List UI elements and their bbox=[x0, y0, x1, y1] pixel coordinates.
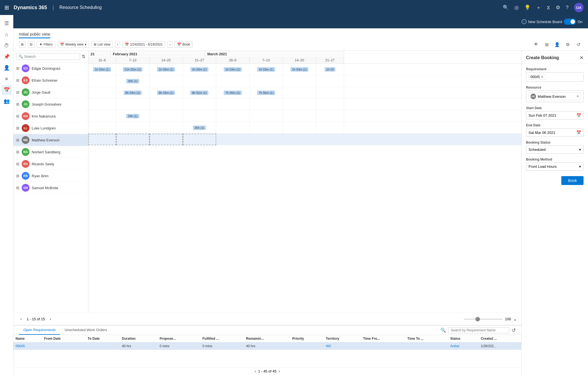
cal-cell bbox=[88, 99, 116, 110]
col-status[interactable]: Status bbox=[448, 335, 479, 342]
next-page-button[interactable]: › bbox=[47, 316, 54, 322]
resource-tag-close[interactable]: ✕ bbox=[576, 94, 579, 98]
grid-icon[interactable]: ⊞ bbox=[4, 4, 9, 11]
search-icon[interactable]: 🔍 bbox=[503, 4, 509, 11]
zoom-track[interactable] bbox=[464, 319, 503, 320]
table-row[interactable]: 00045 40 hrs 0 mins 0 mins 40 hrs WA bbox=[13, 342, 521, 350]
expand-icon[interactable]: ⊞ bbox=[16, 66, 19, 71]
sidebar-calendar-icon[interactable]: 📅 bbox=[2, 85, 12, 95]
requirement-search-input[interactable] bbox=[451, 328, 507, 332]
eye-icon[interactable]: 👁 bbox=[532, 41, 540, 48]
refresh-icon[interactable]: ↺ bbox=[574, 41, 582, 48]
collapse-all-button[interactable]: ⊟ bbox=[28, 41, 34, 48]
tab-open-requirements[interactable]: Open Requirements bbox=[19, 326, 60, 335]
sidebar-home-icon[interactable]: ⌂ bbox=[2, 29, 12, 39]
tab-unscheduled-work-orders[interactable]: Unscheduled Work Orders bbox=[60, 326, 111, 335]
sidebar-recent-icon[interactable]: ⏱ bbox=[2, 41, 12, 51]
help-icon[interactable]: ? bbox=[566, 5, 569, 11]
list-view-button[interactable]: ⊞ List view bbox=[91, 41, 113, 48]
calendar-icon[interactable]: 📅 bbox=[576, 130, 581, 135]
resource-item[interactable]: ⊞ RB Ryan Brim bbox=[13, 170, 88, 182]
col-name[interactable]: Name bbox=[13, 335, 42, 342]
col-fulfilled[interactable]: Fulfilled ... bbox=[200, 335, 244, 342]
col-territory[interactable]: Territory bbox=[324, 335, 361, 342]
expand-icon[interactable]: ⊞ bbox=[16, 162, 19, 166]
sidebar-pinned-icon[interactable]: 📌 bbox=[2, 52, 12, 62]
info-icon[interactable]: i bbox=[522, 19, 527, 24]
next-date-button[interactable]: › bbox=[167, 41, 172, 48]
resource-item[interactable]: ⊞ ES Efrain Schreiner bbox=[13, 74, 88, 86]
expand-icon[interactable]: ⊞ bbox=[16, 102, 19, 106]
sidebar-list-icon[interactable]: ≡ bbox=[2, 74, 12, 84]
new-schedule-board-toggle[interactable] bbox=[564, 19, 576, 25]
close-button[interactable]: ✕ bbox=[579, 55, 584, 61]
expand-icon[interactable]: ⊞ bbox=[16, 138, 19, 142]
filters-button[interactable]: ▼ Filters bbox=[37, 41, 55, 48]
col-priority[interactable]: Priority bbox=[290, 335, 324, 342]
expand-icon[interactable]: ⊞ bbox=[16, 78, 19, 82]
date-range-button[interactable]: 📅 1/24/2021 - 6/19/2021 bbox=[122, 41, 165, 48]
sidebar-people-icon[interactable]: 👤 bbox=[2, 63, 12, 73]
col-time-to[interactable]: Time To ... bbox=[405, 335, 448, 342]
calendar-icon[interactable]: 📅 bbox=[576, 113, 581, 118]
end-date-input[interactable]: Sat Mar 06 2021 📅 bbox=[526, 128, 584, 137]
person-icon[interactable]: 👤 bbox=[553, 41, 561, 48]
columns-icon[interactable]: ⊞ bbox=[542, 41, 551, 48]
prev-page-button[interactable]: ‹ bbox=[18, 316, 24, 322]
circle-icon[interactable]: ◎ bbox=[514, 4, 519, 11]
expand-icon[interactable]: ⊞ bbox=[16, 186, 19, 190]
expand-icon[interactable]: ⊞ bbox=[16, 126, 19, 130]
resource-item[interactable]: ⊞ SM Samuel McBride bbox=[13, 182, 88, 194]
weekly-view-button[interactable]: 📅 Weekly view ▾ bbox=[58, 41, 89, 48]
sidebar-contacts-icon[interactable]: 👥 bbox=[2, 96, 12, 106]
status-link[interactable]: Active bbox=[450, 344, 459, 348]
col-proposed[interactable]: Propose... bbox=[158, 335, 200, 342]
territory-link[interactable]: WA bbox=[326, 344, 331, 348]
cal-cell: 1h 03m (1) bbox=[88, 64, 116, 75]
sidebar-menu-icon[interactable]: ☰ bbox=[2, 18, 12, 28]
col-from-date[interactable]: From Date bbox=[42, 335, 86, 342]
col-duration[interactable]: Duration bbox=[120, 335, 158, 342]
start-date-input[interactable]: Sun Feb 07 2021 📅 bbox=[526, 111, 584, 119]
col-time-from[interactable]: Time Fro... bbox=[361, 335, 405, 342]
col-remaining[interactable]: Remainin... bbox=[244, 335, 290, 342]
booking-status-select[interactable]: Scheduled ▾ bbox=[526, 146, 584, 154]
requirement-search-box[interactable] bbox=[448, 327, 509, 333]
gear-icon[interactable]: ⚙ bbox=[564, 41, 572, 48]
add-icon[interactable]: ＋ bbox=[536, 4, 541, 11]
requirement-link[interactable]: 00045 bbox=[16, 344, 25, 348]
resource-item[interactable]: ⊞ JG Joseph Gonsalves bbox=[13, 98, 88, 110]
expand-icon[interactable]: ⊞ bbox=[16, 114, 19, 118]
chevron-down-icon[interactable]: ⌄ bbox=[513, 316, 517, 322]
resource-item[interactable]: ⊞ ED Edgar Dominguez bbox=[13, 62, 88, 74]
resource-item[interactable]: ⊞ LL Luke Lundgren bbox=[13, 122, 88, 134]
book-button[interactable]: 📅 Book bbox=[175, 41, 192, 48]
refresh-icon[interactable]: ↺ bbox=[512, 327, 516, 333]
resource-item[interactable]: ⊞ NS Norbert Sandberg bbox=[13, 146, 88, 158]
booking-method-select[interactable]: Front Load Hours ▾ bbox=[526, 162, 584, 171]
resource-item[interactable]: ⊞ RS Ricardo Seely bbox=[13, 158, 88, 170]
sort-icon[interactable]: ⇅ bbox=[82, 54, 85, 59]
expand-all-button[interactable]: ⊞ bbox=[19, 41, 26, 48]
book-button[interactable]: Book bbox=[561, 176, 584, 185]
requirement-tag-close[interactable]: ✕ bbox=[541, 75, 544, 79]
col-created[interactable]: Created ... bbox=[479, 335, 521, 342]
resource-item[interactable]: ⊞ JG Jorge Gault bbox=[13, 86, 88, 98]
expand-icon[interactable]: ⊞ bbox=[16, 90, 19, 94]
resource-search-box[interactable]: 🔍 bbox=[16, 53, 80, 60]
expand-icon[interactable]: ⊞ bbox=[16, 174, 19, 178]
filter-icon[interactable]: ⧖ bbox=[547, 5, 550, 11]
settings-icon[interactable]: ⚙ bbox=[556, 4, 560, 11]
resource-item[interactable]: ⊞ KN Kris Nakamura bbox=[13, 110, 88, 122]
prev-page-icon[interactable]: ‹ bbox=[255, 369, 256, 373]
user-avatar[interactable]: UA bbox=[574, 3, 584, 12]
expand-icon[interactable]: ⊞ bbox=[16, 150, 19, 154]
resource-search-input[interactable] bbox=[24, 54, 78, 59]
lightbulb-icon[interactable]: 💡 bbox=[524, 4, 530, 11]
col-to-date[interactable]: To Date bbox=[86, 335, 120, 342]
zoom-thumb[interactable] bbox=[475, 317, 480, 321]
resource-item-matthew[interactable]: ⊞ ME Matthew Everson bbox=[13, 134, 88, 146]
cal-cell bbox=[150, 75, 183, 87]
prev-date-button[interactable]: ‹ bbox=[115, 41, 120, 48]
next-page-icon[interactable]: › bbox=[279, 369, 280, 373]
